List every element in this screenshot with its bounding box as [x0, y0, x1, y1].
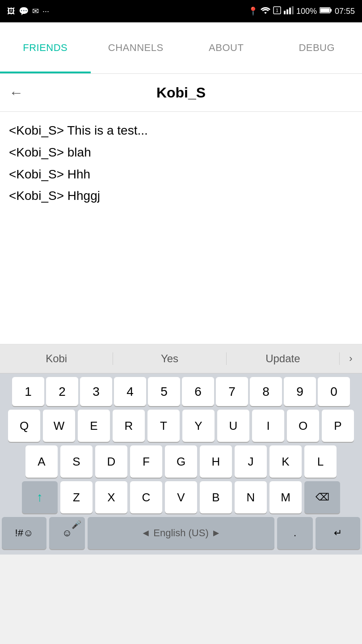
key-g[interactable]: G: [165, 445, 197, 478]
key-w[interactable]: W: [43, 410, 75, 442]
svg-rect-7: [320, 8, 329, 12]
svg-text:1: 1: [276, 8, 278, 13]
key-d[interactable]: D: [95, 445, 127, 478]
key-c[interactable]: C: [130, 481, 162, 513]
wifi-icon: [261, 6, 270, 17]
tab-about[interactable]: ABOUT: [181, 22, 272, 73]
whatsapp-icon: 💬: [19, 6, 29, 16]
suggestion-kobi[interactable]: Kobi: [0, 352, 113, 365]
svg-rect-4: [289, 8, 291, 14]
keyboard-numbers-row: 1 2 3 4 5 6 7 8 9 0: [2, 377, 360, 406]
keyboard-row3: ↑ Z X C V B N M ⌫: [2, 481, 360, 513]
chat-message: <Kobi_S> Hhggj: [9, 186, 353, 206]
location-icon: 📍: [248, 6, 258, 16]
emoji-key[interactable]: 🎤 ☺: [49, 517, 85, 549]
key-s[interactable]: S: [60, 445, 93, 478]
emoji-icon: ☺: [62, 527, 72, 539]
key-l[interactable]: L: [304, 445, 337, 478]
battery-text: 100%: [296, 7, 317, 16]
tab-bar: FRIENDS CHANNELS ABOUT DEBUG: [0, 22, 362, 74]
key-v[interactable]: V: [165, 481, 197, 513]
key-7[interactable]: 7: [216, 377, 248, 406]
key-x[interactable]: X: [95, 481, 127, 513]
chat-header: ← Kobi_S: [0, 74, 362, 112]
key-8[interactable]: 8: [250, 377, 282, 406]
key-q[interactable]: Q: [8, 410, 40, 442]
symbols-key[interactable]: !#☺: [2, 517, 46, 549]
keyboard-row1: Q W E R T Y U I O P: [2, 410, 360, 442]
svg-rect-5: [292, 6, 294, 14]
key-i[interactable]: I: [252, 410, 284, 442]
backspace-key[interactable]: ⌫: [304, 481, 340, 513]
svg-rect-3: [286, 9, 288, 14]
key-f[interactable]: F: [130, 445, 162, 478]
shift-icon: ↑: [37, 490, 43, 504]
keyboard: 1 2 3 4 5 6 7 8 9 0 Q W E R T Y U I O P …: [0, 373, 362, 555]
key-0[interactable]: 0: [318, 377, 350, 406]
key-m[interactable]: M: [269, 481, 302, 513]
suggestions-arrow[interactable]: ›: [340, 353, 362, 364]
lang-arrow-left: ◄: [141, 527, 151, 539]
key-z[interactable]: Z: [60, 481, 93, 513]
key-h[interactable]: H: [200, 445, 232, 478]
key-n[interactable]: N: [235, 481, 267, 513]
back-button[interactable]: ←: [9, 85, 23, 101]
key-a[interactable]: A: [25, 445, 58, 478]
status-bar-left: 🖼 💬 ✉ ···: [7, 6, 49, 16]
key-r[interactable]: R: [113, 410, 145, 442]
status-bar-right: 📍 1 100% 07:55: [248, 6, 355, 17]
key-9[interactable]: 9: [284, 377, 316, 406]
key-p[interactable]: P: [322, 410, 354, 442]
suggestion-yes[interactable]: Yes: [113, 352, 226, 365]
svg-rect-8: [330, 9, 332, 12]
key-b[interactable]: B: [200, 481, 232, 513]
chat-message: <Kobi_S> Hhh: [9, 165, 353, 185]
key-o[interactable]: O: [287, 410, 319, 442]
battery-icon: [320, 7, 332, 16]
key-u[interactable]: U: [217, 410, 249, 442]
tab-friends[interactable]: FRIENDS: [0, 22, 91, 73]
tab-debug[interactable]: DEBUG: [272, 22, 362, 73]
mic-small-icon: 🎤: [72, 520, 81, 530]
key-e[interactable]: E: [78, 410, 110, 442]
more-icon: ···: [42, 7, 49, 16]
key-k[interactable]: K: [269, 445, 302, 478]
tab-channels[interactable]: CHANNELS: [91, 22, 181, 73]
space-key[interactable]: ◄ English (US) ►: [88, 517, 274, 549]
chat-message: <Kobi_S> blah: [9, 143, 353, 163]
key-6[interactable]: 6: [182, 377, 214, 406]
chat-area: <Kobi_S> This is a test... <Kobi_S> blah…: [0, 112, 362, 344]
key-y[interactable]: Y: [182, 410, 215, 442]
period-key[interactable]: .: [277, 517, 313, 549]
lang-arrow-right: ►: [211, 527, 221, 539]
status-bar: 🖼 💬 ✉ ··· 📍 1 100% 07:55: [0, 0, 362, 22]
keyboard-row2: A S D F G H J K L: [2, 445, 360, 478]
key-2[interactable]: 2: [46, 377, 78, 406]
chat-title: Kobi_S: [32, 85, 330, 101]
gmail-icon: ✉: [32, 6, 39, 16]
key-t[interactable]: T: [147, 410, 180, 442]
svg-rect-2: [284, 11, 286, 14]
suggestions-bar: Kobi Yes Update ›: [0, 344, 362, 373]
space-label: English (US): [153, 527, 208, 539]
key-3[interactable]: 3: [80, 377, 112, 406]
keyboard-bottom-row: !#☺ 🎤 ☺ ◄ English (US) ► . ↵: [2, 517, 360, 549]
suggestion-update[interactable]: Update: [227, 352, 340, 365]
key-1[interactable]: 1: [12, 377, 44, 406]
enter-key[interactable]: ↵: [316, 517, 360, 549]
sim-indicator: 1: [273, 6, 281, 17]
key-5[interactable]: 5: [148, 377, 180, 406]
shift-key[interactable]: ↑: [22, 481, 58, 513]
time-display: 07:55: [335, 7, 355, 16]
key-j[interactable]: J: [235, 445, 267, 478]
chat-message: <Kobi_S> This is a test...: [9, 121, 353, 141]
photo-icon: 🖼: [7, 7, 15, 16]
signal-icon: [284, 6, 294, 17]
key-4[interactable]: 4: [114, 377, 146, 406]
